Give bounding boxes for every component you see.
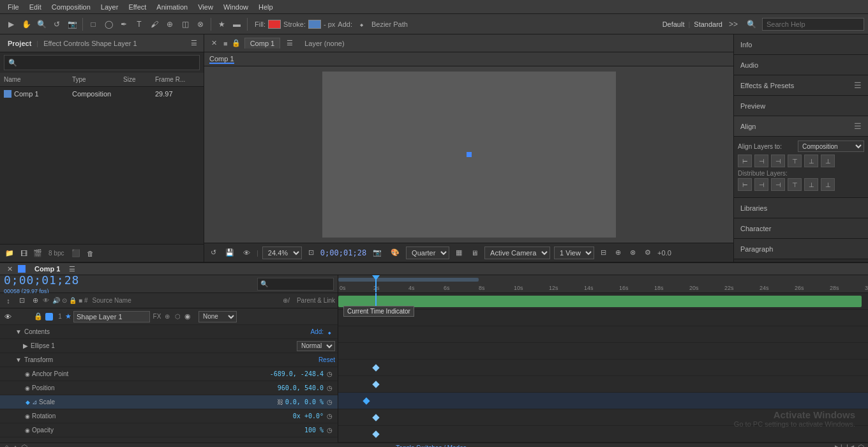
shape-star-tool[interactable]: ★ [214, 17, 228, 31]
align-center-v-btn[interactable]: ⊥ [804, 155, 818, 167]
dist-right-btn[interactable]: ⊣ [771, 178, 785, 191]
comp1-tab[interactable]: Comp 1 [244, 38, 281, 49]
timeline-timecode[interactable]: 0;00;01;28 [4, 273, 79, 287]
playhead[interactable] [375, 275, 377, 292]
viewer-snapshot-btn[interactable]: 💾 [223, 247, 237, 258]
opacity-value[interactable]: 100 % [304, 427, 324, 434]
fit-comp-btn[interactable]: ⊡ [306, 247, 317, 258]
shape-rect-tool[interactable]: ▬ [230, 17, 244, 31]
search-help-icon[interactable]: 🔍 [744, 17, 758, 31]
preview-section[interactable]: Preview [734, 96, 868, 116]
contents-twirly[interactable]: ▼ [15, 328, 22, 335]
opacity-keyframe-btn[interactable]: ◉ [23, 426, 32, 435]
toggle-render-btn[interactable]: 🖥 [468, 248, 481, 258]
transform-row[interactable]: ▼ Transform Reset [0, 353, 338, 367]
render-btn[interactable]: ⬛ [70, 248, 82, 259]
timeline-controls-btn1[interactable]: ↕ [3, 295, 14, 307]
position-stopwatch-btn[interactable]: ◷ [324, 383, 335, 394]
anchor-point-row[interactable]: ◉ Anchor Point -689.0, -248.4 ◷ [0, 367, 338, 381]
ellipse-mode-dropdown[interactable]: Normal [297, 341, 335, 351]
layer-audio-btn[interactable] [13, 312, 23, 322]
viewer-more1-btn[interactable]: ⊟ [598, 247, 609, 258]
timeline-search-input[interactable] [257, 278, 334, 291]
zoom-dropdown[interactable]: 24.4% [262, 246, 302, 259]
scale-row[interactable]: ◆ ⊿ Scale ⛓ 0.0, 0.0 % ◷ [0, 395, 338, 409]
menu-window[interactable]: Window [218, 2, 253, 12]
fill-color-swatch[interactable] [268, 20, 281, 29]
align-center-h-btn[interactable]: ⊣ [754, 155, 768, 167]
viewer-reset-btn[interactable]: ↺ [208, 247, 219, 258]
track-playhead[interactable]: Current Time Indicator [375, 293, 377, 309]
text-tool[interactable]: T [132, 17, 146, 31]
dist-center-v-btn[interactable]: ⊥ [804, 178, 818, 191]
clone-tool[interactable]: ⊕ [163, 17, 177, 31]
layer-switch-fx[interactable]: FX [153, 312, 161, 321]
align-section-header[interactable]: Align ☰ [734, 116, 868, 137]
layer-parent-dropdown[interactable]: None [198, 311, 237, 322]
viewer-more4-btn[interactable]: ⚙ [642, 247, 654, 258]
anchor-keyframe-btn[interactable]: ◉ [23, 370, 32, 379]
close-tab-btn[interactable]: ✕ [208, 38, 220, 49]
align-menu-icon[interactable]: ☰ [854, 121, 862, 131]
snapshot-camera-btn[interactable]: 📷 [370, 247, 384, 258]
comp-tab-menu-btn[interactable]: ☰ [284, 38, 296, 49]
dist-top-btn[interactable]: ⊤ [788, 178, 802, 191]
workspace-more-btn[interactable]: >> [726, 17, 740, 31]
align-right-btn[interactable]: ⊣ [771, 155, 785, 167]
panel-menu-btn[interactable]: ☰ [188, 38, 200, 49]
quality-dropdown[interactable]: Quarter [406, 246, 449, 259]
view-dropdown[interactable]: 1 View [554, 246, 594, 259]
delete-item-btn[interactable]: 🗑 [84, 248, 96, 259]
layer-name-input[interactable] [73, 311, 150, 322]
menu-view[interactable]: View [193, 2, 218, 12]
new-folder-btn[interactable]: 📁 [4, 248, 15, 259]
viewer-more2-btn[interactable]: ⊕ [613, 247, 624, 258]
anchor-stopwatch-btn[interactable]: ◷ [324, 368, 335, 380]
rotation-stopwatch-btn[interactable]: ◷ [324, 411, 335, 422]
position-value[interactable]: 960.0, 540.0 [278, 384, 324, 391]
layer-switch-3d[interactable]: ⬡ [173, 312, 182, 321]
mask-rect-tool[interactable]: □ [86, 17, 100, 31]
comp-marker-btn[interactable]: ◇ [4, 443, 10, 447]
layer-marker-btn[interactable]: ♦ [13, 443, 17, 447]
effects-presets-section[interactable]: Effects & Presets ☰ [734, 75, 868, 96]
viewer-show-snapshot-btn[interactable]: 👁 [241, 248, 253, 258]
brush-tool[interactable]: 🖌 [147, 17, 161, 31]
opacity-stopwatch-btn[interactable]: ◷ [324, 425, 335, 436]
libraries-section[interactable]: Libraries [734, 198, 868, 218]
dist-bottom-btn[interactable]: ⊥ [821, 178, 835, 191]
shape-layer-row[interactable]: 👁 🔒 1 ★ FX ⊕ ⬡ ◉ None [0, 308, 338, 325]
menu-help[interactable]: Help [253, 2, 278, 12]
camera-dropdown[interactable]: Active Camera [484, 246, 550, 259]
color-manage-btn[interactable]: 🎨 [388, 247, 402, 258]
set-work-area-btn[interactable]: ⬡ [858, 443, 864, 447]
menu-composition[interactable]: Composition [47, 2, 96, 12]
mask-ellipse-tool[interactable]: ◯ [101, 17, 116, 31]
add-content-btn[interactable]: ⬥ [324, 326, 335, 338]
layer-mode-parent-btn[interactable]: ◉ [182, 311, 193, 322]
camera-tool[interactable]: 📷 [65, 17, 79, 31]
layer-switch-blend[interactable]: ⊕ [163, 312, 172, 321]
new-comp-btn[interactable]: 🎬 [32, 248, 43, 259]
menu-animation[interactable]: Animation [151, 2, 193, 12]
info-section[interactable]: Info [734, 34, 868, 55]
align-top-btn[interactable]: ⊤ [788, 155, 802, 167]
paragraph-section[interactable]: Paragraph [734, 239, 868, 259]
search-help-input[interactable] [762, 18, 864, 31]
menu-layer[interactable]: Layer [96, 2, 124, 12]
scale-keyframe-btn[interactable]: ◆ [23, 398, 32, 407]
rotate-tool[interactable]: ↺ [50, 17, 64, 31]
transform-twirly[interactable]: ▼ [15, 356, 22, 363]
draft-3d-btn[interactable]: ⬡ [21, 443, 27, 447]
set-in-btn[interactable]: ▶| [835, 443, 842, 447]
anchor-point-value[interactable]: -689.0, -248.4 [270, 370, 324, 377]
add-btn[interactable]: ⬥ [355, 17, 369, 31]
align-layers-to-dropdown[interactable]: Composition [798, 140, 864, 152]
layer-vis-btn[interactable]: 👁 [3, 312, 13, 322]
pen-tool[interactable]: ✒ [117, 17, 131, 31]
new-comp-from-footage-btn[interactable]: 🎞 [18, 248, 29, 259]
menu-effect[interactable]: Effect [123, 2, 151, 12]
position-row[interactable]: ◉ Position 960.0, 540.0 ◷ [0, 381, 338, 395]
character-section[interactable]: Character [734, 218, 868, 239]
comp1-timeline-tab[interactable]: Comp 1 [31, 264, 64, 274]
